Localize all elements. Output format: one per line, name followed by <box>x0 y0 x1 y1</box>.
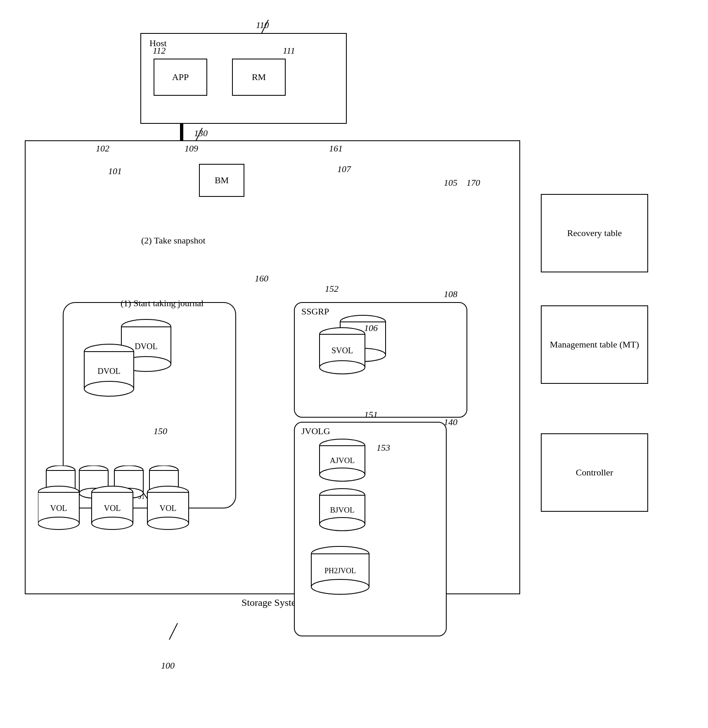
ref-102-inner: 102 <box>96 143 109 154</box>
ref-111: 111 <box>283 45 295 56</box>
svg-text:VOL: VOL <box>50 503 67 513</box>
jvol-cylinders: AJVOL BJVOL PH2JVOL <box>299 435 423 625</box>
ref-150-inner: 150 <box>154 426 167 437</box>
svg-text:DVOL: DVOL <box>135 342 158 351</box>
ref-152-inner: 152 <box>325 284 339 294</box>
dvol-cylinders: DVOL DVOL <box>72 311 196 427</box>
ref-130: 130 <box>194 128 208 139</box>
svg-text:DVOL: DVOL <box>97 366 121 376</box>
rm-box: RM <box>232 59 286 96</box>
svol-cylinders: SVOL <box>299 311 406 394</box>
ref-151-inner: 151 <box>364 409 378 420</box>
ref-110: 110 <box>256 20 269 31</box>
ref-160-inner: 160 <box>255 273 268 284</box>
svg-point-43 <box>320 468 365 481</box>
ref-106-inner: 106 <box>364 323 378 333</box>
ref-140: 140 <box>444 417 457 428</box>
ref-108: 108 <box>444 289 457 300</box>
svg-text:VOL: VOL <box>159 503 176 513</box>
svg-point-32 <box>84 381 134 396</box>
svg-text:PH2JVOL: PH2JVOL <box>324 567 356 575</box>
recovery-table-label: Recovery table <box>567 227 622 240</box>
svg-point-51 <box>311 579 369 594</box>
action2-text: (2) Take snapshot <box>141 235 206 246</box>
bm-label: BM <box>215 175 229 186</box>
ref-105: 105 <box>444 177 457 188</box>
rm-label: RM <box>252 72 266 83</box>
ref-161-inner: 161 <box>329 143 343 154</box>
bm-box: BM <box>199 164 244 197</box>
ref-153-inner: 153 <box>376 442 390 453</box>
svg-point-75 <box>147 517 189 529</box>
diagram: Host APP RM 110 112 111 130 Storage Syst… <box>0 0 708 728</box>
ref-170: 170 <box>466 177 480 188</box>
svg-point-67 <box>38 517 79 529</box>
svg-point-39 <box>320 361 365 374</box>
svg-text:VOL: VOL <box>104 503 121 513</box>
management-table-label: Management table (MT) <box>550 338 639 351</box>
recovery-table-box: Recovery table <box>541 194 648 272</box>
app-box: APP <box>154 59 207 96</box>
ref-107-inner: 107 <box>337 164 351 175</box>
ref-101-inner: 101 <box>108 166 122 177</box>
vol-cylinders: VOL VOL VOL <box>38 466 286 569</box>
action1-text: (1) Start taking journal <box>121 298 204 309</box>
management-table-box: Management table (MT) <box>541 305 648 384</box>
controller-label: Controller <box>576 466 613 479</box>
svg-text:SVOL: SVOL <box>332 346 353 355</box>
app-label: APP <box>172 72 189 83</box>
ref-109-inner: 109 <box>185 143 198 154</box>
svg-point-47 <box>320 518 365 531</box>
svg-point-71 <box>92 517 133 529</box>
svg-text:BJVOL: BJVOL <box>330 506 354 514</box>
ref-112: 112 <box>153 45 166 56</box>
storage-system-box: Storage System DVOL DVOL <box>25 140 520 594</box>
ssgrp-box: SSGRP SVOL <box>294 302 467 418</box>
svg-text:AJVOL: AJVOL <box>330 456 355 465</box>
host-box: Host APP RM <box>140 33 347 124</box>
ref-100: 100 <box>161 660 175 671</box>
jvolg-box: JVOLG AJVOL BJVOL <box>294 422 447 636</box>
svg-line-6 <box>169 623 178 640</box>
controller-box: Controller <box>541 433 648 512</box>
